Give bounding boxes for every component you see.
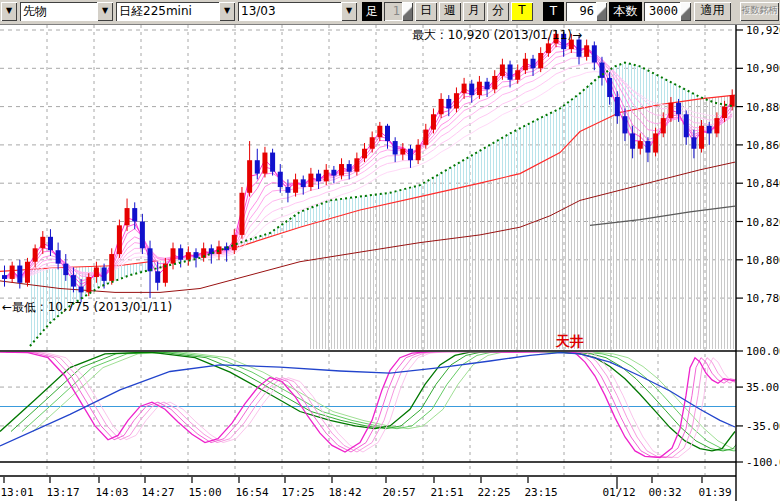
time-axis-label: 22:25 [477,486,510,499]
price-axis-label: 10,920 [746,24,780,37]
time-axis-label: 14:27 [141,486,174,499]
tick-count-stepper[interactable]: 96 [566,2,607,21]
time-axis-label: 00:32 [648,486,681,499]
apply-button[interactable]: 適用 [694,2,731,21]
ceiling-annotation: 天井 [556,333,584,351]
time-axis-label: 18:42 [328,486,361,499]
price-axis-label: 10,820 [746,216,780,229]
time-axis-label: 21:51 [430,486,463,499]
ashi-label: 足 [362,2,382,21]
chart-application-window: ▼ 先物 ▼ 日経225mini ▼ 13/03 ▼ 足 1 日週月分T T 9… [0,0,780,501]
chevron-down-icon: ▼ [6,6,12,15]
spinner-icon[interactable] [596,2,607,21]
price-axis-label: 10,900 [746,62,780,75]
dropdown-arrow-icon[interactable]: ▼ [341,2,357,21]
multi-symbol-button[interactable]: 複数銘柄 [740,2,779,21]
time-axis-label: 01/12 [602,486,635,499]
session-high-annotation: 最大 : 10,920 (2013/01/11)→ [412,27,582,44]
price-axis-label: 10,780 [746,292,780,305]
bars-count-stepper[interactable]: 3000 [644,2,691,21]
indicator-panel [0,351,768,458]
indicator-axis-label: -100.00 [746,456,780,469]
tick-count-value: 96 [566,2,596,21]
price-axis-label: 10,860 [746,139,780,152]
symbol-value: 日経225mini [116,2,219,21]
time-axis-label: 16:54 [235,486,268,499]
spinner-icon[interactable] [680,2,691,21]
period-button-2[interactable]: 週 [439,2,461,21]
time-axis-label: 20:57 [382,486,415,499]
indicator-axis-label: 100.00 [746,345,780,358]
time-axis-label: 14:03 [95,486,128,499]
price-axis-label: 10,800 [746,254,780,267]
toolbar: ▼ 先物 ▼ 日経225mini ▼ 13/03 ▼ 足 1 日週月分T T 9… [0,0,780,25]
time-axis-label: 13:17 [46,486,79,499]
price-axis-label: 10,880 [746,101,780,114]
period-button-1[interactable]: 日 [415,2,437,21]
contract-month-value: 13/03 [238,2,341,21]
price-axis-label: 10,840 [746,177,780,190]
dropdown-arrow-icon[interactable]: ▼ [219,2,235,21]
bars-label: 本数 [609,2,642,21]
instrument-value: 先物 [20,2,97,21]
indicator-axis-label: 35.00 [746,381,779,394]
time-axis-label: 01:39 [698,486,731,499]
contract-month-select[interactable]: 13/03 ▼ [238,2,357,21]
interval-value: 1 [384,2,402,21]
interval-stepper[interactable]: 1 [384,2,413,21]
indicator-axis-label: -35.00 [746,420,780,433]
spinner-icon[interactable] [402,2,413,21]
time-axis-label: 23:15 [524,486,557,499]
period-button-4[interactable]: 分 [487,2,509,21]
price-chart[interactable]: 10,92010,90010,88010,86010,84010,82010,8… [0,0,780,501]
period-button-3[interactable]: 月 [463,2,485,21]
time-axis-label: 15:00 [188,486,221,499]
time-axis-label: 17:25 [281,486,314,499]
collapse-panel-button[interactable]: ▼ [1,2,17,21]
dropdown-arrow-icon[interactable]: ▼ [97,2,113,21]
period-button-5[interactable]: T [511,2,533,21]
time-axis-label: 13:01 [0,486,33,499]
bars-count-value: 3000 [644,2,680,21]
instrument-select[interactable]: 先物 ▼ [20,2,113,21]
session-low-annotation: ←最低 : 10,775 (2013/01/11) [2,299,172,316]
symbol-select[interactable]: 日経225mini ▼ [116,2,235,21]
tick-t-label: T [543,2,564,21]
